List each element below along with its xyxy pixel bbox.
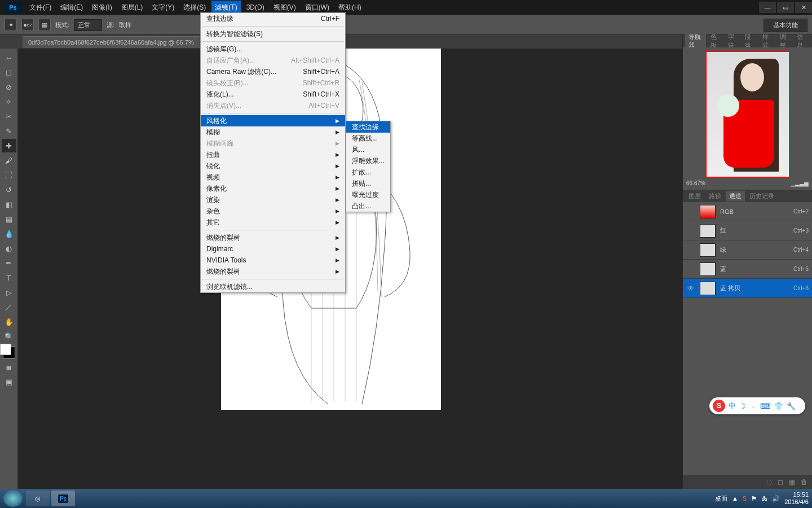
menu-item[interactable]: 液化(L)...Shift+Ctrl+X xyxy=(201,89,345,100)
submenu-item[interactable]: 查找边缘 xyxy=(346,121,390,133)
menu-item[interactable]: 浏览联机滤镜... xyxy=(201,281,345,292)
close-button[interactable]: ✕ xyxy=(795,2,812,13)
panel-tab[interactable]: 历史记录 xyxy=(746,191,778,202)
brush-panel-icon[interactable]: ▦ xyxy=(38,19,51,31)
menu-item[interactable]: 查找边缘Ctrl+F xyxy=(201,13,345,24)
start-button[interactable] xyxy=(3,490,23,507)
tray-ime-icon[interactable]: S xyxy=(743,495,747,502)
menu-item[interactable]: 燃烧的梨树▶ xyxy=(201,232,345,243)
wand-tool-icon[interactable]: ✧ xyxy=(2,95,16,108)
menu-item[interactable]: 视频▶ xyxy=(201,172,345,183)
zoom-tool-icon[interactable]: 🔍 xyxy=(2,330,16,343)
panel-tab[interactable]: 图层 xyxy=(685,191,704,202)
navigator-thumbnail[interactable] xyxy=(705,51,790,178)
navigator-slider[interactable]: ▁▂▃▅ xyxy=(791,180,809,186)
menu-item[interactable]: 其它▶ xyxy=(201,217,345,228)
menu-0[interactable]: 文件(F) xyxy=(26,1,55,15)
dodge-tool-icon[interactable]: ◐ xyxy=(2,242,16,255)
blur-tool-icon[interactable]: 💧 xyxy=(2,227,16,240)
menu-item[interactable]: 扭曲▶ xyxy=(201,149,345,160)
panel-tab[interactable]: 路径 xyxy=(705,191,725,202)
ime-skin-icon[interactable]: 👕 xyxy=(774,402,783,410)
screenmode-icon[interactable]: ▣ xyxy=(2,375,16,388)
healing-tool-icon[interactable]: ✚ xyxy=(2,139,16,152)
load-selection-icon[interactable]: ◌ xyxy=(766,478,772,486)
hand-tool-icon[interactable]: ✋ xyxy=(2,315,16,329)
menu-item[interactable]: 像素化▶ xyxy=(201,183,345,194)
menu-item[interactable]: 锐化▶ xyxy=(201,160,345,172)
quickmask-icon[interactable]: ◙ xyxy=(2,360,16,374)
foreground-background-colors[interactable] xyxy=(3,347,15,359)
menu-item[interactable]: 转换为智能滤镜(S) xyxy=(201,28,345,40)
stamp-tool-icon[interactable]: ⛶ xyxy=(2,168,16,182)
channel-row[interactable]: 绿Ctrl+4 xyxy=(683,240,812,260)
menu-7[interactable]: 3D(D) xyxy=(243,1,268,14)
brush-size-icon[interactable]: ●67 xyxy=(21,19,34,31)
tray-clock[interactable]: 15:51 2016/4/6 xyxy=(784,491,809,506)
pen-tool-icon[interactable]: ✒ xyxy=(2,256,16,270)
crop-tool-icon[interactable]: ✂ xyxy=(2,110,16,123)
eyedropper-tool-icon[interactable]: ✎ xyxy=(2,124,16,138)
menu-item[interactable]: NVIDIA Tools▶ xyxy=(201,255,345,266)
navigator-zoom[interactable]: 66.67% xyxy=(686,180,705,186)
marquee-tool-icon[interactable]: ◻ xyxy=(2,65,16,79)
channel-row[interactable]: RGBCtrl+2 xyxy=(683,202,812,221)
taskbar-app-photoshop[interactable]: Ps xyxy=(51,491,75,506)
move-tool-icon[interactable]: ↔ xyxy=(2,51,16,64)
taskbar-app-1[interactable]: ◎ xyxy=(26,491,50,506)
tray-icon[interactable]: ▲ xyxy=(732,495,738,502)
menu-item[interactable]: 渲染▶ xyxy=(201,194,345,205)
menu-4[interactable]: 文字(Y) xyxy=(148,1,178,15)
visibility-icon[interactable]: 👁 xyxy=(686,284,695,292)
menu-item[interactable]: 模糊▶ xyxy=(201,126,345,138)
tray-desktop-label[interactable]: 桌面 xyxy=(715,494,727,503)
maximize-button[interactable]: ▭ xyxy=(777,2,794,13)
menu-1[interactable]: 编辑(E) xyxy=(57,1,86,15)
delete-channel-icon[interactable]: 🗑 xyxy=(801,478,807,486)
ime-keyboard-icon[interactable]: ⌨ xyxy=(760,402,771,410)
submenu-item[interactable]: 凸出... xyxy=(346,200,390,212)
panel-tab[interactable]: 通道 xyxy=(726,191,745,202)
menu-item[interactable]: 滤镜库(G)... xyxy=(201,43,345,55)
tool-preset-icon[interactable]: ✦ xyxy=(5,19,17,31)
shape-tool-icon[interactable]: ／ xyxy=(2,300,16,314)
new-channel-icon[interactable]: ▦ xyxy=(789,478,795,486)
channel-row[interactable]: 蓝Ctrl+5 xyxy=(683,260,812,279)
ime-settings-icon[interactable]: 🔧 xyxy=(787,402,796,410)
menu-item[interactable]: 燃烧的梨树▶ xyxy=(201,266,345,277)
gradient-tool-icon[interactable]: ▤ xyxy=(2,212,16,226)
submenu-item[interactable]: 浮雕效果... xyxy=(346,155,390,167)
submenu-item[interactable]: 曝光过度 xyxy=(346,189,390,200)
channel-row[interactable]: 红Ctrl+3 xyxy=(683,221,812,240)
menu-item[interactable]: 风格化▶ xyxy=(201,115,345,126)
menu-item[interactable]: 杂色▶ xyxy=(201,205,345,217)
ime-moon-icon[interactable]: ☽ xyxy=(739,402,746,410)
stylize-submenu[interactable]: 查找边缘等高线...风...浮雕效果...扩散...拼贴...曝光过度凸出... xyxy=(346,121,391,212)
submenu-item[interactable]: 扩散... xyxy=(346,167,390,178)
ime-punct-icon[interactable]: ， xyxy=(749,401,757,411)
menu-2[interactable]: 图像(I) xyxy=(89,1,115,15)
brush-tool-icon[interactable]: 🖌 xyxy=(2,154,16,167)
channel-row[interactable]: 👁蓝 拷贝Ctrl+6 xyxy=(683,279,812,298)
filter-menu-dropdown[interactable]: 查找边缘Ctrl+F转换为智能滤镜(S)滤镜库(G)...自适应广角(A)...… xyxy=(200,12,346,293)
minimize-button[interactable]: — xyxy=(759,2,776,13)
submenu-item[interactable]: 拼贴... xyxy=(346,178,390,189)
submenu-item[interactable]: 等高线... xyxy=(346,133,390,144)
ime-lang[interactable]: 中 xyxy=(729,401,736,411)
mode-select[interactable]: 正常 xyxy=(74,19,102,31)
type-tool-icon[interactable]: T xyxy=(2,271,16,284)
save-selection-icon[interactable]: ◻ xyxy=(778,478,783,486)
ime-toolbar[interactable]: S 中 ☽ ， ⌨ 👕 🔧 xyxy=(709,397,805,414)
eraser-tool-icon[interactable]: ◧ xyxy=(2,198,16,211)
submenu-item[interactable]: 风... xyxy=(346,144,390,155)
menu-item[interactable]: Camera Raw 滤镜(C)...Shift+Ctrl+A xyxy=(201,66,345,77)
tray-volume-icon[interactable]: 🔊 xyxy=(772,495,780,502)
history-brush-icon[interactable]: ↺ xyxy=(2,183,16,196)
path-select-icon[interactable]: ▷ xyxy=(2,286,16,299)
document-tab[interactable]: 0df3d7ca7bcb0a468f627ceb6f63f6246a60afa4… xyxy=(23,36,200,48)
menu-3[interactable]: 图层(L) xyxy=(118,1,147,15)
workspace-select[interactable]: 基本功能 xyxy=(764,19,807,32)
tray-flag-icon[interactable]: ⚑ xyxy=(751,495,757,502)
menu-item[interactable]: Digimarc▶ xyxy=(201,243,345,255)
lasso-tool-icon[interactable]: ⊘ xyxy=(2,80,16,94)
